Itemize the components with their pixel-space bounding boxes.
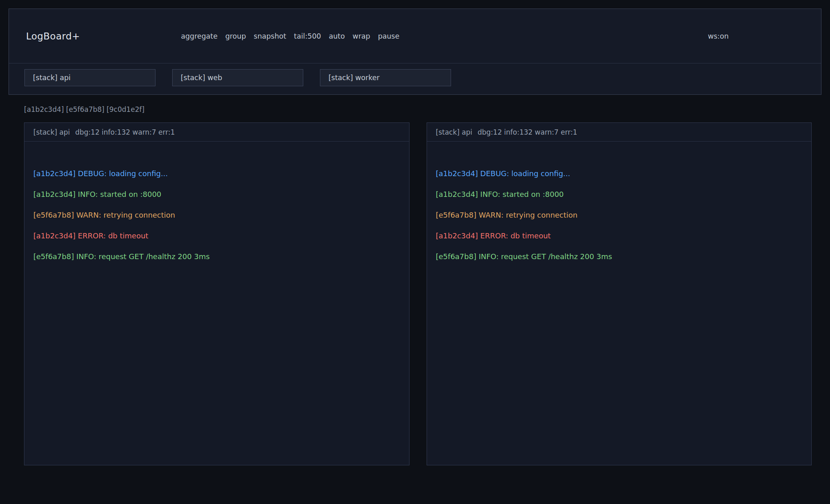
log-list[interactable]: [a1b2c3d4] DEBUG: loading config... [a1b… bbox=[24, 142, 409, 261]
log-line: [e5f6a7b8] INFO: request GET /healthz 20… bbox=[436, 252, 803, 261]
menu-item-pause[interactable]: pause bbox=[378, 32, 399, 40]
stack-tab-web[interactable]: [stack] web bbox=[172, 69, 303, 86]
menu-item-group[interactable]: group bbox=[225, 32, 246, 40]
panel-title: [stack] api bbox=[436, 128, 473, 136]
log-line: [a1b2c3d4] DEBUG: loading config... bbox=[436, 169, 803, 178]
log-line: [a1b2c3d4] ERROR: db timeout bbox=[33, 231, 400, 240]
log-list[interactable]: [a1b2c3d4] DEBUG: loading config... [a1b… bbox=[427, 142, 812, 261]
log-line: [e5f6a7b8] WARN: retrying connection bbox=[436, 211, 803, 219]
stack-tab-worker[interactable]: [stack] worker bbox=[320, 69, 451, 86]
header: LogBoard+ aggregate group snapshot tail:… bbox=[9, 9, 821, 95]
stack-filter-row: [stack] api [stack] web [stack] worker bbox=[9, 63, 821, 94]
menu-item-snapshot[interactable]: snapshot bbox=[254, 32, 286, 40]
log-line: [a1b2c3d4] ERROR: db timeout bbox=[436, 231, 803, 240]
stack-tab-api[interactable]: [stack] api bbox=[24, 69, 155, 86]
panel-header: [stack] api dbg:12 info:132 warn:7 err:1 bbox=[427, 123, 812, 142]
menu-item-aggregate[interactable]: aggregate bbox=[181, 32, 217, 40]
panel-stats: dbg:12 info:132 warn:7 err:1 bbox=[477, 128, 577, 136]
panel-stats: dbg:12 info:132 warn:7 err:1 bbox=[75, 128, 175, 136]
log-line: [a1b2c3d4] INFO: started on :8000 bbox=[33, 190, 400, 199]
log-line: [e5f6a7b8] WARN: retrying connection bbox=[33, 211, 400, 219]
log-panel-left: [stack] api dbg:12 info:132 warn:7 err:1… bbox=[24, 122, 410, 465]
app-title: LogBoard+ bbox=[26, 31, 80, 41]
log-line: [a1b2c3d4] DEBUG: loading config... bbox=[33, 169, 400, 178]
toolbar-menu: aggregate group snapshot tail:500 auto w… bbox=[181, 32, 399, 40]
log-line: [e5f6a7b8] INFO: request GET /healthz 20… bbox=[33, 252, 400, 261]
ws-status: ws:on bbox=[708, 32, 729, 40]
log-panel-right: [stack] api dbg:12 info:132 warn:7 err:1… bbox=[427, 122, 812, 465]
toolbar: LogBoard+ aggregate group snapshot tail:… bbox=[9, 9, 821, 63]
log-panels: [stack] api dbg:12 info:132 warn:7 err:1… bbox=[24, 122, 812, 465]
trace-id-list: [a1b2c3d4] [e5f6a7b8] [9c0d1e2f] bbox=[24, 105, 830, 113]
panel-header: [stack] api dbg:12 info:132 warn:7 err:1 bbox=[24, 123, 409, 142]
menu-item-auto[interactable]: auto bbox=[329, 32, 345, 40]
menu-item-wrap[interactable]: wrap bbox=[353, 32, 370, 40]
log-line: [a1b2c3d4] INFO: started on :8000 bbox=[436, 190, 803, 199]
panel-title: [stack] api bbox=[33, 128, 70, 136]
logboard-app: LogBoard+ aggregate group snapshot tail:… bbox=[0, 9, 830, 465]
menu-item-tail[interactable]: tail:500 bbox=[294, 32, 321, 40]
